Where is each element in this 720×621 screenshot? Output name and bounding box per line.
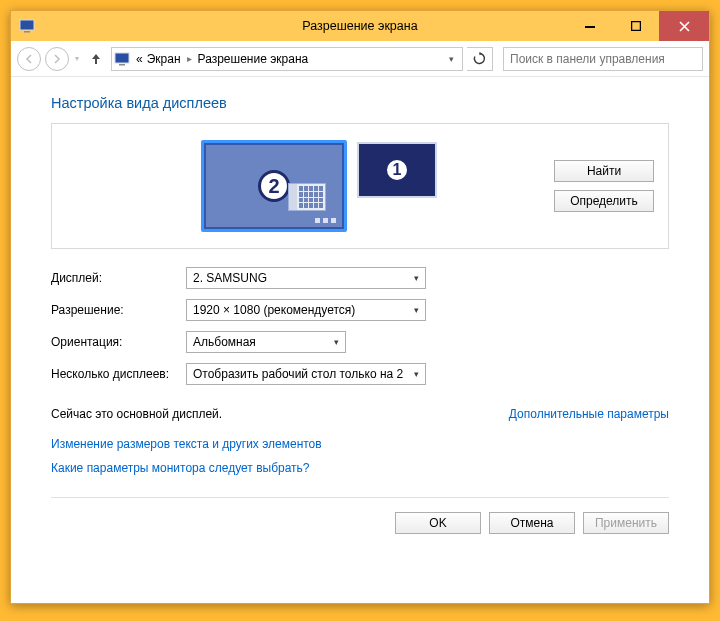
breadcrumb[interactable]: « Экран ▸ Разрешение экрана ▾ <box>111 47 463 71</box>
advanced-settings-link[interactable]: Дополнительные параметры <box>509 407 669 421</box>
monitor-number: 2 <box>258 170 290 202</box>
monitor-icon <box>114 51 130 67</box>
display-arrangement-panel: 2 1 <box>51 123 669 249</box>
desktop-preview-icon <box>288 183 326 211</box>
back-button[interactable] <box>17 47 41 71</box>
resolution-value: 1920 × 1080 (рекомендуется) <box>193 303 355 317</box>
display-value: 2. SAMSUNG <box>193 271 267 285</box>
breadcrumb-item-2[interactable]: Разрешение экрана <box>196 52 311 66</box>
identify-button[interactable]: Определить <box>554 190 654 212</box>
display-label: Дисплей: <box>51 271 186 285</box>
multi-display-value: Отобразить рабочий стол только на 2 <box>193 367 403 381</box>
orientation-label: Ориентация: <box>51 335 186 349</box>
multi-display-select[interactable]: Отобразить рабочий стол только на 2 ▾ <box>186 363 426 385</box>
up-button[interactable] <box>85 48 107 70</box>
chevron-right-icon: ▸ <box>183 53 196 64</box>
chevron-down-icon: ▾ <box>414 305 419 315</box>
breadcrumb-item-1[interactable]: Экран <box>145 52 183 66</box>
main-display-status: Сейчас это основной дисплей. <box>51 407 222 421</box>
history-dropdown[interactable]: ▾ <box>73 54 81 63</box>
taskbar-preview <box>208 217 340 225</box>
search-input[interactable] <box>503 47 703 71</box>
monitor-help-link[interactable]: Какие параметры монитора следует выбрать… <box>51 461 669 475</box>
svg-rect-4 <box>115 53 129 63</box>
content-area: Настройка вида дисплеев 2 <box>11 77 709 534</box>
chevron-down-icon: ▾ <box>414 273 419 283</box>
monitor-number: 1 <box>384 157 410 183</box>
settings-grid: Дисплей: 2. SAMSUNG ▾ Разрешение: 1920 ×… <box>51 267 669 385</box>
divider <box>51 497 669 498</box>
resolution-label: Разрешение: <box>51 303 186 317</box>
svg-rect-5 <box>119 64 125 66</box>
multi-display-label: Несколько дисплеев: <box>51 367 186 381</box>
forward-button[interactable] <box>45 47 69 71</box>
find-button[interactable]: Найти <box>554 160 654 182</box>
cancel-button[interactable]: Отмена <box>489 512 575 534</box>
display-select[interactable]: 2. SAMSUNG ▾ <box>186 267 426 289</box>
svg-rect-2 <box>585 26 595 28</box>
titlebar[interactable]: Разрешение экрана <box>11 11 709 41</box>
window-frame: Разрешение экрана ▾ <box>10 10 710 604</box>
resolution-select[interactable]: 1920 × 1080 (рекомендуется) ▾ <box>186 299 426 321</box>
dialog-buttons: OK Отмена Применить <box>51 512 669 534</box>
breadcrumb-root[interactable]: « <box>134 52 145 66</box>
svg-rect-1 <box>24 31 30 33</box>
monitor-2[interactable]: 2 <box>201 140 347 232</box>
toolbar: ▾ « Экран ▸ Разрешение экрана ▾ <box>11 41 709 77</box>
chevron-down-icon: ▾ <box>414 369 419 379</box>
orientation-value: Альбомная <box>193 335 256 349</box>
svg-rect-3 <box>632 22 641 31</box>
chevron-down-icon[interactable]: ▾ <box>443 54 460 64</box>
svg-rect-0 <box>20 20 34 30</box>
minimize-button[interactable] <box>567 11 613 41</box>
monitor-1[interactable]: 1 <box>357 142 437 198</box>
text-size-link[interactable]: Изменение размеров текста и других элеме… <box>51 437 669 451</box>
ok-button[interactable]: OK <box>395 512 481 534</box>
refresh-button[interactable] <box>467 47 493 71</box>
maximize-button[interactable] <box>613 11 659 41</box>
apply-button[interactable]: Применить <box>583 512 669 534</box>
system-icon <box>19 18 35 34</box>
monitor-layout[interactable]: 2 1 <box>66 140 554 232</box>
chevron-down-icon: ▾ <box>334 337 339 347</box>
section-title: Настройка вида дисплеев <box>51 95 669 111</box>
window-controls <box>567 11 709 41</box>
orientation-select[interactable]: Альбомная ▾ <box>186 331 346 353</box>
close-button[interactable] <box>659 11 709 41</box>
